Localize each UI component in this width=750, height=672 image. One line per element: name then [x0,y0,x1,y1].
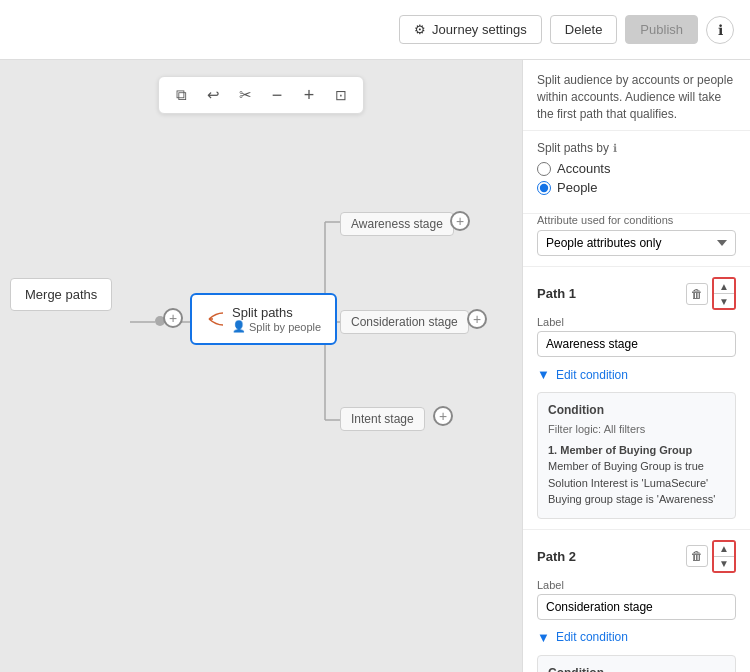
publish-button[interactable]: Publish [625,15,698,44]
path1-filter-logic: Filter logic: All filters [548,421,725,438]
split-icon [206,309,226,329]
copy-icon: ⧉ [176,86,187,104]
path1-delete-button[interactable]: 🗑 [686,283,708,305]
radio-accounts[interactable]: Accounts [537,161,736,176]
attribute-select[interactable]: People attributes only [537,230,736,256]
right-panel: Split audience by accounts or people wit… [522,60,750,672]
path1-label-text: Label [537,316,736,328]
main-layout: ⧉ ↩ ✂ − + ⊡ [0,60,750,672]
trash-icon: 🗑 [691,287,703,301]
radio-people[interactable]: People [537,180,736,195]
path1-up-button[interactable]: ▲ [714,279,734,293]
split-paths-node: Split paths 👤 Split by people ‹ [190,293,337,345]
info-icon: ℹ [718,22,723,38]
canvas[interactable]: ⧉ ↩ ✂ − + ⊡ [0,60,522,672]
path2-condition-title: Condition [548,664,725,672]
path2-actions: 🗑 ▲ ▼ [686,540,736,573]
path2-down-button[interactable]: ▼ [714,557,734,571]
journey-settings-button[interactable]: ⚙ Journey settings [399,15,542,44]
filter-icon-2: ▼ [537,630,550,645]
zoom-out-tool-button[interactable]: − [263,81,291,109]
path2-title: Path 2 [537,549,576,564]
zoom-in-icon: + [304,85,315,106]
path1-up-down: ▲ ▼ [712,277,736,310]
delete-button[interactable]: Delete [550,15,618,44]
path2-up-down: ▲ ▼ [712,540,736,573]
zoom-out-icon: − [272,85,283,106]
path2-condition-box: Condition Filter logic: All filters 1. M… [537,655,736,672]
gear-icon: ⚙ [414,22,426,37]
path2-label-input[interactable] [537,594,736,620]
attribute-section: Attribute used for conditions People att… [523,214,750,267]
path2-label-text: Label [537,579,736,591]
panel-description: Split audience by accounts or people wit… [523,60,750,131]
trash-icon-2: 🗑 [691,549,703,563]
split-paths-by-label: Split paths by ℹ [537,141,736,155]
path2-section: Path 2 🗑 ▲ ▼ Label ▼ Edit con [523,530,750,672]
path1-actions: 🗑 ▲ ▼ [686,277,736,310]
path2-up-button[interactable]: ▲ [714,542,734,556]
path1-section: Path 1 🗑 ▲ ▼ Label ▼ Edit con [523,267,750,530]
add-consideration-button[interactable]: + [467,309,487,329]
undo-icon: ↩ [207,86,220,104]
radio-group-split-by: Accounts People [537,161,736,195]
path1-condition-box: Condition Filter logic: All filters 1. M… [537,392,736,519]
add-after-merge-button[interactable]: + [163,308,183,328]
path1-edit-condition-button[interactable]: ▼ Edit condition [537,363,736,386]
radio-accounts-input[interactable] [537,162,551,176]
path1-condition-item: 1. Member of Buying Group Member of Buyi… [548,442,725,508]
path1-condition-title: Condition [548,401,725,419]
path2-header: Path 2 🗑 ▲ ▼ [537,540,736,573]
add-intent-button[interactable]: + [433,406,453,426]
fit-tool-button[interactable]: ⊡ [327,81,355,109]
path1-title: Path 1 [537,286,576,301]
path1-down-button[interactable]: ▼ [714,294,734,308]
filter-icon: ▼ [537,367,550,382]
attribute-label: Attribute used for conditions [537,214,736,226]
add-awareness-button[interactable]: + [450,211,470,231]
merge-paths-node: Merge paths [10,278,112,311]
radio-people-input[interactable] [537,181,551,195]
header: ⚙ Journey settings Delete Publish ℹ [0,0,750,60]
scissors-icon: ✂ [239,86,252,104]
fit-icon: ⊡ [335,87,347,103]
path2-edit-condition-button[interactable]: ▼ Edit condition [537,626,736,649]
canvas-toolbar: ⧉ ↩ ✂ − + ⊡ [158,76,364,114]
path2-delete-button[interactable]: 🗑 [686,545,708,567]
info-small-icon: ℹ [613,142,617,155]
path1-header: Path 1 🗑 ▲ ▼ [537,277,736,310]
consideration-stage-label: Consideration stage [340,310,469,334]
info-button[interactable]: ℹ [706,16,734,44]
path1-label-input[interactable] [537,331,736,357]
zoom-in-tool-button[interactable]: + [295,81,323,109]
undo-tool-button[interactable]: ↩ [199,81,227,109]
awareness-stage-label: Awareness stage [340,212,454,236]
person-icon: 👤 [232,320,246,333]
intent-stage-label: Intent stage [340,407,425,431]
copy-tool-button[interactable]: ⧉ [167,81,195,109]
scissors-tool-button[interactable]: ✂ [231,81,259,109]
split-paths-by-section: Split paths by ℹ Accounts People [523,131,750,214]
